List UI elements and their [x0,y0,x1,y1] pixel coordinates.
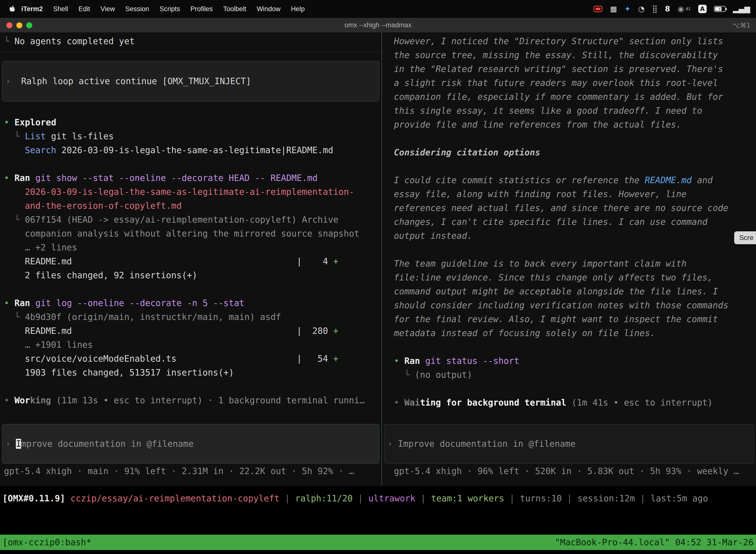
bottom-strip [0,550,756,554]
eight-app-icon[interactable]: 8 [665,4,670,13]
terminal-area: └ No agents completed yet › Ralph loop a… [0,33,756,486]
close-button[interactable] [6,22,12,28]
keyboard-input-icon[interactable]: A [698,5,707,13]
left-pane: └ No agents completed yet › Ralph loop a… [0,33,381,486]
text-segment: I [16,439,21,449]
reasoning-paragraph: The team guideline is to back every impo… [394,257,729,340]
text-segment: mprove documentation in @filename [21,439,193,449]
menu-item-shell[interactable]: Shell [48,5,73,13]
menu-item-app-name[interactable]: iTerm2 [17,5,48,13]
apple-logo-icon[interactable] [9,5,15,12]
text-segment: last:5m ago [650,493,708,503]
terminal-line: and-the-erosion-of-copyleft.md [4,199,379,213]
text-segment: README.md | 4 [4,257,333,266]
left-prompt-input[interactable]: › Improve documentation in @filename [2,424,379,464]
terminal-line: … +1901 lines [4,338,379,352]
text-segment: • [4,298,14,308]
grid-app-icon[interactable]: ▦ [610,4,617,13]
terminal-line: Search 2026-03-09-is-legal-the-same-as-l… [4,143,379,157]
text-segment [4,145,25,155]
text-segment: git show --stat --oneline --decorate HEA… [30,173,317,183]
text-segment: › [5,439,16,449]
text-segment: (no output) [415,370,472,380]
text-segment: + [333,257,338,266]
text-segment: No agents completed yet [14,36,135,46]
terminal-line: • Explored [4,115,379,129]
menu-item-profiles[interactable]: Profiles [185,5,218,13]
text-segment: • [394,398,404,407]
text-segment: • [4,117,14,127]
battery-icon[interactable]: ⚡ [714,6,726,12]
stats-gauge-icon[interactable]: ◉.61 [678,4,691,13]
terminal-line: README.md | 280 + [4,324,379,338]
text-segment: … +1901 lines [4,340,93,350]
text-segment: 2026-03-09-is-legal-the-same-as-legitima… [25,187,354,197]
charging-bolt-icon: ⚡ [718,6,721,12]
macos-menu-bar: iTerm2 ShellEditViewSessionScriptsProfil… [0,0,756,18]
right-prompt-input[interactable]: › Improve documentation in @filename [384,424,754,464]
terminal-line: └ List git ls-files [4,129,379,143]
notification-toast[interactable]: Scre [734,231,756,244]
terminal-line: README.md | 4 + [4,255,379,268]
text-segment: turns:10 [520,493,562,503]
text-segment: team:1 workers [431,493,504,503]
text-segment: └ [4,131,25,141]
text-segment: companion analysis without altering the … [4,229,359,238]
text-segment: Explored [14,117,56,127]
terminal-line [4,282,379,296]
left-scrollback: • Explored └ List git ls-files Search 20… [0,115,381,407]
text-segment: | [635,493,650,503]
text-segment [4,201,25,211]
ralph-loop-line: › Ralph loop active continue [OMX_TMUX_I… [5,74,376,88]
window-shortcut-badge: ⌥⌘1 [733,21,756,29]
terminal-line: 2 files changed, 92 insertions(+) [4,268,379,282]
terminal-line: • Waiting for background terminal (1m 41… [394,396,751,409]
text-segment: | [504,493,520,503]
text-segment: The team guideline is to back every impo… [394,259,729,338]
tmux-host-clock-label: "MacBook-Pro-44.local" 04:52 31-Mar-26 [555,537,754,547]
menu-item-scripts[interactable]: Scripts [154,5,185,13]
round-app-icon[interactable]: ◔ [638,4,645,13]
menu-items: ShellEditViewSessionScriptsProfilesToolb… [48,5,310,13]
terminal-line [4,380,379,393]
terminal-line: • Ran git show --stat --oneline --decora… [4,171,379,185]
window-title: omx --xhigh --madmax [0,21,756,29]
bottom-gap [0,509,756,535]
text-segment: git log --oneline --decorate -n 5 --stat [30,298,244,308]
zoom-button[interactable] [26,22,32,28]
dots-grid-icon[interactable]: ⣿ [652,4,657,13]
text-segment: git ls-files [46,131,114,141]
text-segment: | [562,493,577,503]
menu-item-session[interactable]: Session [120,5,154,13]
menu-item-toolbelt[interactable]: Toolbelt [218,5,252,13]
screen-recording-indicator-icon[interactable] [593,6,603,12]
text-segment: Ralph loop active continue [OMX_TMUX_INJ… [21,76,251,86]
left-prompt-text: › Improve documentation in @filename [5,437,376,451]
menu-item-edit[interactable]: Edit [73,5,96,13]
text-segment: king [30,395,51,405]
right-pane: However, I noticed the "Directory Struct… [382,33,756,486]
terminal-line: └ 067f154 (HEAD -> essay/ai-reimplementa… [4,213,379,227]
minimize-button[interactable] [16,22,22,28]
text-segment: 2 files changed, 92 insertions(+) [4,270,197,280]
menu-item-help[interactable]: Help [286,5,310,13]
blue-spark-app-icon[interactable]: ✦ [625,4,631,13]
menu-item-view[interactable]: View [95,5,120,13]
omx-status-bar: [OMX#0.11.9] cczip/essay/ai-reimplementa… [0,486,756,509]
text-segment: and-the-erosion-of-copyleft.md [25,201,182,211]
text-segment: • [394,356,404,366]
text-segment: Improve documentation in @filename [398,439,575,449]
text-segment: (1m 41s • esc to interrupt) [566,398,712,407]
window-title-bar: omx --xhigh --madmax ⌥⌘1 [0,18,756,33]
menu-bar-status-icons: ▦✦◔⣿8◉.61A⚡▂▄▆ [593,4,750,13]
agents-status-box: └ No agents completed yet [0,33,381,52]
signal-bars-icon[interactable]: ▂▄▆ [733,4,750,13]
menu-item-window[interactable]: Window [252,5,286,13]
text-segment: › [5,76,21,86]
text-segment: ultrawork [368,493,416,503]
text-segment: README.md | 280 [4,326,333,336]
text-segment: README.md [645,175,692,185]
agents-status-line: └ No agents completed yet [4,34,378,48]
reasoning-paragraphs: However, I noticed the "Directory Struct… [394,34,751,340]
text-segment: + [333,326,338,336]
